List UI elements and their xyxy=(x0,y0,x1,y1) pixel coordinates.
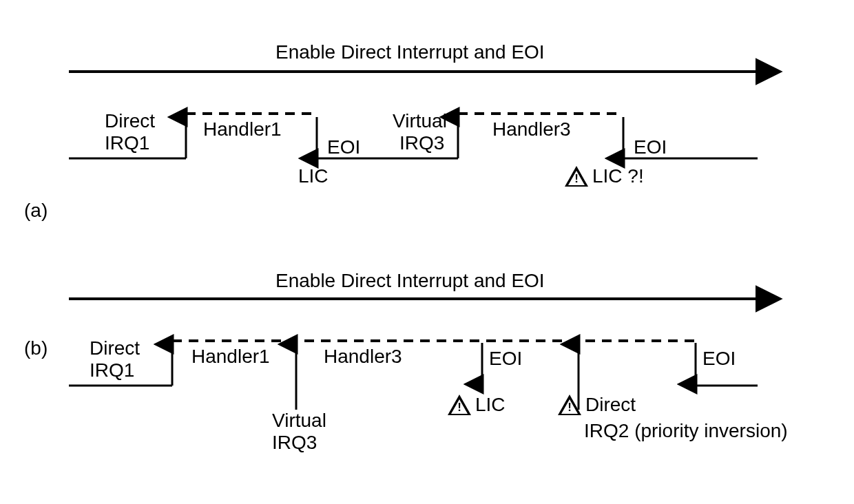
panel-tag-b: (b) xyxy=(24,337,48,359)
diagram-root: Enable Direct Interrupt and EOI Enable D… xyxy=(0,0,854,504)
warning-icon: ! xyxy=(558,395,581,415)
a-handler3: Handler3 xyxy=(492,118,571,140)
a-warning-lic: ! LIC ?! xyxy=(565,165,644,187)
a-irq1-line2: IRQ1 xyxy=(105,132,149,154)
header-a: Enable Direct Interrupt and EOI xyxy=(275,41,545,63)
a-eoi2: EOI xyxy=(634,136,667,158)
panel-tag-a: (a) xyxy=(24,200,48,222)
b-virq-line2: IRQ3 xyxy=(272,432,317,454)
b-dirq2-l1-text: Direct xyxy=(585,394,636,416)
header-b: Enable Direct Interrupt and EOI xyxy=(275,270,545,292)
b-lic1-text: LIC xyxy=(475,394,506,416)
b-irq1-line1: Direct xyxy=(90,337,140,359)
b-virq-line1: Virtual xyxy=(272,410,326,432)
b-irq1-line2: IRQ1 xyxy=(90,359,134,381)
b-warning-lic: ! LIC xyxy=(448,394,506,416)
a-virq-line1: Virtual xyxy=(393,110,447,132)
b-dirq2-l2: IRQ2 (priority inversion) xyxy=(584,420,788,442)
a-handler1: Handler1 xyxy=(203,118,282,140)
b-eoi2: EOI xyxy=(702,348,736,370)
a-irq1-line1: Direct xyxy=(105,110,155,132)
b-handler3: Handler3 xyxy=(324,346,402,368)
b-warning-irq2: ! Direct xyxy=(558,394,636,416)
b-handler1: Handler1 xyxy=(191,346,270,368)
a-eoi1: EOI xyxy=(327,136,360,158)
warning-icon: ! xyxy=(565,166,588,187)
a-virq-line2: IRQ3 xyxy=(399,132,444,154)
a-lic2-text: LIC ?! xyxy=(592,165,644,187)
b-eoi1: EOI xyxy=(489,348,522,370)
warning-icon: ! xyxy=(448,395,471,415)
a-lic1: LIC xyxy=(298,165,329,187)
